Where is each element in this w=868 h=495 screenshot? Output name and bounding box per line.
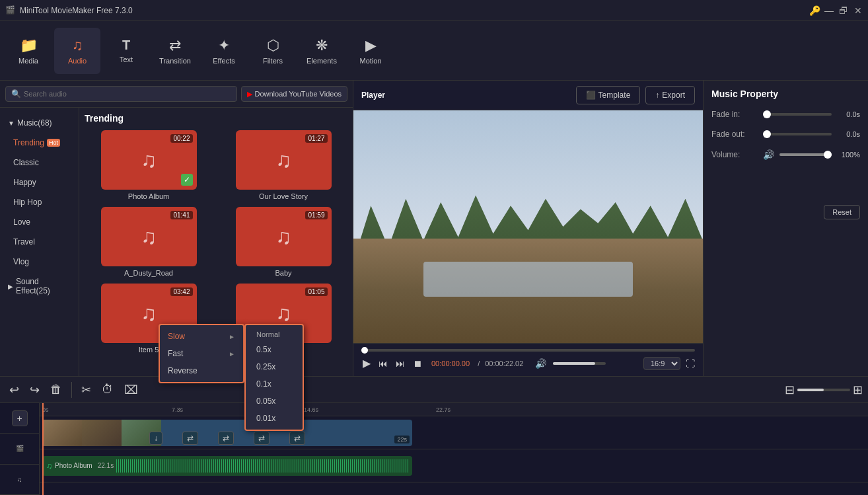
delete-button[interactable]: 🗑 xyxy=(46,380,66,399)
video-thumb-mini-2 xyxy=(82,420,122,446)
music-card-2[interactable]: ♫ 01:27 Our Love Story xyxy=(219,130,347,200)
music-card-1[interactable]: ♫ 00:22 ✓ Photo Album xyxy=(85,130,213,200)
music-card-4[interactable]: ♫ 01:59 Baby xyxy=(219,207,347,277)
crop-button[interactable]: ⌧ xyxy=(120,380,142,400)
zoom-slider[interactable] xyxy=(797,389,850,391)
submenu-0-05x[interactable]: 0.05x xyxy=(246,393,303,410)
submenu-0-5x[interactable]: 0.5x xyxy=(246,341,303,358)
player-panel: Player ⬛ Template ↑ Export xyxy=(353,81,703,376)
app-icon: 🎬 xyxy=(5,5,16,16)
submenu-normal: Normal xyxy=(246,328,303,341)
toolbar-elements[interactable]: ❋ Elements xyxy=(299,28,345,74)
ctx-reverse[interactable]: Reverse xyxy=(160,362,243,379)
search-input[interactable] xyxy=(24,90,231,98)
video-thumb-mini-1 xyxy=(42,420,82,446)
transition-icon: ⇄ xyxy=(169,37,181,54)
music-note-icon-3: ♫ xyxy=(141,225,157,249)
slow-label: Slow xyxy=(168,332,185,341)
slow-submenu: Normal 0.5x 0.25x 0.1x 0.05x 0.01x xyxy=(244,324,304,431)
music-thumb-2: ♫ 01:27 xyxy=(236,130,332,190)
sidebar-item-vlog[interactable]: Vlog xyxy=(0,252,79,272)
sidebar-item-trending[interactable]: Trending Hot xyxy=(0,133,79,153)
music-items-grid: ♫ 00:22 ✓ Photo Album ♫ 01:27 Our Love S… xyxy=(85,130,347,354)
download-icon[interactable]: ↓ xyxy=(149,432,163,445)
sidebar-item-love[interactable]: Love xyxy=(0,212,79,232)
toolbar-text[interactable]: T Text xyxy=(103,28,149,74)
timeline-ruler: 0s 7.3s 14.6s 22.7s xyxy=(40,403,868,416)
reset-button[interactable]: Reset xyxy=(824,205,860,219)
waveform-visual xyxy=(116,459,408,473)
music-card-name-2: Our Love Story xyxy=(259,192,308,200)
player-tab[interactable]: Player xyxy=(361,91,385,100)
audio-clip[interactable]: ♫ Photo Album 22.1s xyxy=(42,456,412,476)
next-frame-button[interactable]: ⏭ xyxy=(394,357,406,370)
submenu-0-25x[interactable]: 0.25x xyxy=(246,358,303,375)
music-thumb-4: ♫ 01:59 xyxy=(236,207,332,266)
toolbar-media[interactable]: 📁 Media xyxy=(5,28,52,74)
effects-icon: ✦ xyxy=(218,37,230,54)
toolbar-audio[interactable]: ♫ Audio xyxy=(54,28,100,74)
fullscreen-button[interactable]: ⛶ xyxy=(686,358,695,369)
add-track-button[interactable]: + xyxy=(12,410,28,426)
toolbar-media-label: Media xyxy=(18,57,38,65)
toolbar-filters[interactable]: ⬡ Filters xyxy=(250,28,296,74)
export-button[interactable]: ↑ Export xyxy=(645,86,695,104)
settings-icon[interactable]: 🔑 xyxy=(810,6,819,15)
toolbar-motion[interactable]: ▶ Motion xyxy=(347,28,394,74)
swap-icon-4[interactable]: ⇄ xyxy=(289,432,305,445)
swap-icon-3[interactable]: ⇄ xyxy=(254,432,270,445)
fade-in-slider[interactable] xyxy=(763,113,832,116)
ctx-slow[interactable]: Slow ► xyxy=(160,328,243,345)
volume-icon[interactable]: 🔊 xyxy=(534,357,548,370)
submenu-0-1x[interactable]: 0.1x xyxy=(246,375,303,393)
sidebar-item-travel[interactable]: Travel xyxy=(0,232,79,252)
progress-bar[interactable] xyxy=(361,349,695,352)
music-section-header[interactable]: ▼ Music(68) xyxy=(0,113,79,133)
template-button[interactable]: ⬛ Template xyxy=(576,86,641,104)
redo-button[interactable]: ↪ xyxy=(26,380,44,400)
duration-2: 01:27 xyxy=(305,134,327,143)
main-toolbar: 📁 Media ♫ Audio T Text ⇄ Transition ✦ Ef… xyxy=(0,21,868,81)
toolbar-effects[interactable]: ✦ Effects xyxy=(201,28,247,74)
yt-download-button[interactable]: ▶ Download YouTube Videos xyxy=(241,86,348,102)
zoom-out-button[interactable]: ⊟ xyxy=(785,383,795,397)
mute-icon[interactable]: 🔊 xyxy=(763,149,774,160)
volume-value: 100% xyxy=(837,151,860,159)
search-box[interactable]: 🔍 xyxy=(5,86,237,102)
submenu-0-01x[interactable]: 0.01x xyxy=(246,410,303,427)
play-button[interactable]: ▶ xyxy=(361,356,372,371)
sidebar-item-hiphop[interactable]: Hip Hop xyxy=(0,192,79,212)
cut-button[interactable]: ✂ xyxy=(77,380,95,400)
sidebar-item-classic[interactable]: Classic xyxy=(0,153,79,172)
ctx-fast[interactable]: Fast ► xyxy=(160,345,243,362)
zoom-in-button[interactable]: ⊞ xyxy=(853,383,863,397)
prev-frame-button[interactable]: ⏮ xyxy=(377,357,389,370)
controls-row: ▶ ⏮ ⏭ ⏹ 00:00:00.00 / 00:00:22.02 🔊 16:9… xyxy=(361,356,695,371)
fade-out-slider[interactable] xyxy=(763,133,832,135)
toolbar-transition[interactable]: ⇄ Transition xyxy=(152,28,198,74)
video-clip[interactable]: 22s ↓ ⇄ ⇄ ⇄ ⇄ xyxy=(42,420,412,446)
speed-context-menu: Slow ► Fast ► Reverse xyxy=(159,324,244,383)
sidebar-item-happy[interactable]: Happy xyxy=(0,172,79,192)
video-track-icon: 🎬 xyxy=(16,445,24,452)
speed-button[interactable]: ⏱ xyxy=(98,380,118,399)
swap-icon-2[interactable]: ⇄ xyxy=(218,432,234,445)
minimize-button[interactable]: — xyxy=(824,6,834,15)
ruler-mark-2: 14.6s xyxy=(304,406,318,413)
category-sidebar: ▼ Music(68) Trending Hot Classic Happy H… xyxy=(0,108,79,376)
music-card-3[interactable]: ♫ 01:41 A_Dusty_Road xyxy=(85,207,213,277)
timeline-area: ↩ ↪ 🗑 ✂ ⏱ ⌧ ⊟ ⊞ + 🎬 ♫ xyxy=(0,376,868,495)
swap-icon-1[interactable]: ⇄ xyxy=(182,432,198,445)
player-header: Player ⬛ Template ↑ Export xyxy=(353,81,703,110)
volume-slider[interactable] xyxy=(553,362,606,365)
volume-prop-slider[interactable] xyxy=(779,153,832,156)
aspect-ratio-select[interactable]: 16:9 9:16 1:1 4:3 xyxy=(643,357,680,370)
playhead[interactable] xyxy=(42,403,44,495)
undo-button[interactable]: ↩ xyxy=(5,380,23,400)
stop-button[interactable]: ⏹ xyxy=(412,357,423,370)
trending-section-title: Trending xyxy=(85,113,347,124)
sidebar-item-sound-effects[interactable]: ▶ Sound Effect(25) xyxy=(0,272,79,301)
audio-track-label: ♫ xyxy=(0,465,39,495)
close-button[interactable]: ✕ xyxy=(853,6,863,15)
maximize-button[interactable]: 🗗 xyxy=(839,6,848,15)
